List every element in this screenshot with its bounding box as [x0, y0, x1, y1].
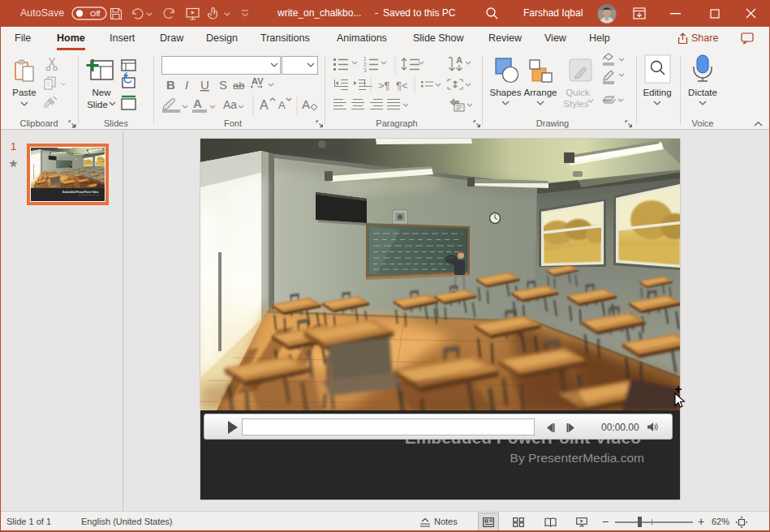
svg-text:Dictate: Dictate	[688, 88, 717, 97]
svg-text:Arrange: Arrange	[524, 88, 557, 97]
svg-text:Off: Off	[90, 9, 101, 18]
svg-text:Aa: Aa	[223, 98, 237, 111]
svg-text:2: 2	[363, 62, 367, 67]
svg-text:1: 1	[363, 56, 367, 62]
svg-text:>¶: >¶	[378, 79, 390, 92]
svg-text:S: S	[219, 78, 227, 92]
svg-text:A: A	[193, 97, 202, 110]
svg-text:A: A	[260, 98, 269, 112]
svg-text:Slide: Slide	[87, 100, 108, 109]
svg-text:A: A	[302, 97, 310, 111]
svg-text:Paste: Paste	[12, 88, 36, 97]
svg-text:A: A	[456, 55, 462, 65]
svg-text:ab: ab	[233, 79, 244, 92]
svg-text:I: I	[185, 78, 188, 92]
svg-text:B: B	[166, 78, 175, 92]
svg-text:Shapes: Shapes	[489, 88, 521, 97]
svg-text:By PresenterMedia.com: By PresenterMedia.com	[510, 451, 644, 465]
svg-text:U: U	[200, 78, 209, 92]
svg-text:3: 3	[363, 67, 367, 73]
svg-text:New: New	[92, 88, 111, 97]
svg-text:Quick: Quick	[566, 88, 590, 97]
svg-text:Editing: Editing	[643, 88, 671, 97]
svg-text:Styles: Styles	[563, 99, 589, 109]
svg-text:A: A	[278, 99, 286, 111]
svg-text:¶<: ¶<	[396, 79, 408, 92]
svg-text:AV: AV	[252, 76, 264, 86]
